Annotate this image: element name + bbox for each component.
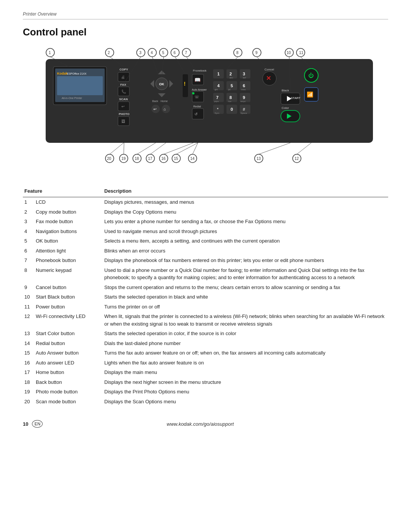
svg-text:9: 9 [243,95,245,100]
table-row: 6 Attention light Blinks when an error o… [23,246,388,256]
svg-text:4: 4 [151,51,153,55]
svg-text:🖼: 🖼 [121,119,125,123]
feature-num: 20 [23,397,34,407]
feature-num: 15 [23,348,34,358]
feature-desc: Turns the printer on or off [103,302,388,312]
svg-text:☏: ☏ [194,95,199,99]
breadcrumb: Printer Overview [23,11,388,17]
feature-desc: Dials the last-dialed phone number [103,339,388,348]
feature-desc: Displays the main menu [103,367,388,377]
feature-num: 10 [23,292,34,302]
footer-url: www.kodak.com/go/aiosupport [43,421,358,427]
svg-text:17: 17 [148,157,153,161]
feature-name: Redial button [34,339,103,348]
svg-text:0: 0 [231,107,233,112]
svg-line-126 [110,143,124,154]
svg-text:8: 8 [236,51,239,55]
feature-num: 7 [23,256,34,265]
table-row: 14 Redial button Dials the last-dialed p… [23,339,388,348]
svg-text:Back: Back [152,100,158,102]
svg-text:Home: Home [161,100,168,102]
feature-name: Photo mode button [34,387,103,397]
svg-text:All-in-One Printer: All-in-One Printer [62,97,82,99]
feature-name: Home button [34,367,103,377]
feature-num: 6 [23,246,34,256]
feature-num: 13 [23,329,34,339]
feature-name: Back button [34,377,103,387]
svg-text:abc: abc [229,77,233,79]
table-row: 3 Fax mode button Lets you enter a phone… [23,217,388,227]
svg-text:!: ! [184,81,186,87]
table-row: 15 Auto Answer button Turns the fax auto… [23,348,388,358]
svg-text:9: 9 [255,51,258,55]
svg-line-129 [124,143,124,154]
svg-text:#: # [243,107,245,112]
svg-text:⏻: ⏻ [308,72,314,78]
feature-desc: Used to navigate menus and scroll throug… [103,227,388,236]
top-divider [23,19,388,19]
feature-desc: When lit, signals that the printer is co… [103,312,388,329]
svg-text:wxyz: wxyz [240,100,245,102]
svg-text:📶: 📶 [307,91,314,98]
feature-desc: Displays the Copy Options menu [103,207,388,217]
svg-text:OK: OK [159,82,164,86]
page: Printer Overview Control panel Kodak ESP… [0,0,411,532]
svg-text:ESPOffice 21XX: ESPOffice 21XX [67,72,87,75]
table-row: 16 Auto answer LED Lights when the fax a… [23,358,388,368]
svg-text:1: 1 [217,72,220,76]
svg-text:19: 19 [121,157,126,161]
feature-num: 9 [23,283,34,292]
feature-name: Auto Answer button [34,348,103,358]
footer-left: 10 EN [23,420,43,428]
feature-list: 1 LCD Displays pictures, messages, and m… [23,197,388,407]
feature-num: 8 [23,265,34,283]
feature-name: Power button [34,302,103,312]
svg-text:↩: ↩ [121,104,124,109]
svg-text:7: 7 [185,51,187,55]
svg-text:Cancel: Cancel [264,68,274,71]
svg-text:Space: Space [241,112,247,114]
footer: 10 EN www.kodak.com/go/aiosupport [23,418,388,428]
feature-name: Copy mode button [34,207,103,217]
svg-text:5: 5 [231,83,233,88]
col-feature-header: Feature [23,187,103,197]
feature-num: 18 [23,377,34,387]
feature-name: Fax mode button [34,217,103,227]
feature-num: 19 [23,387,34,397]
svg-line-147 [259,143,290,154]
feature-desc: Lights when the fax auto answer feature … [103,358,388,368]
feature-desc: Displays the next higher screen in the m… [103,377,388,387]
feature-name: Cancel button [34,283,103,292]
table-row: 11 Power button Turns the printer on or … [23,302,388,312]
feature-desc: Turns the fax auto answer feature on or … [103,348,388,358]
table-row: 2 Copy mode button Displays the Copy Opt… [23,207,388,217]
feature-name: Wi-Fi connectivity LED [34,312,103,329]
svg-text:tuv: tuv [228,100,231,102]
svg-text:5: 5 [162,51,164,55]
svg-line-150 [297,143,311,154]
feature-name: Numeric keypad [34,265,103,283]
feature-desc: Displays pictures, messages, and menus [103,197,388,207]
language-badge: EN [32,420,43,428]
feature-desc: Selects a menu item, accepts a setting, … [103,236,388,246]
svg-text:14: 14 [190,157,195,161]
svg-text:11: 11 [299,51,304,55]
control-panel-diagram: Kodak ESPOffice 21XX All-in-One Printer … [23,46,388,175]
col-description-header: Description [103,187,388,197]
feature-num: 11 [23,302,34,312]
feature-desc: Starts the selected operation in color, … [103,329,388,339]
feature-num: 1 [23,197,34,207]
svg-text:📖: 📖 [194,77,201,83]
table-row: 17 Home button Displays the main menu [23,367,388,377]
svg-text:15: 15 [174,157,178,161]
page-number: 10 [23,421,28,427]
diagram-container: Kodak ESPOffice 21XX All-in-One Printer … [23,46,388,175]
svg-text:🖨: 🖨 [121,75,125,79]
section-title: Control panel [23,26,388,38]
feature-desc: Displays the Scan Options menu [103,397,388,407]
feature-num: 5 [23,236,34,246]
svg-text:Kodak: Kodak [57,72,68,75]
feature-num: 16 [23,358,34,368]
table-row: 18 Back button Displays the next higher … [23,377,388,387]
svg-rect-6 [57,76,103,95]
